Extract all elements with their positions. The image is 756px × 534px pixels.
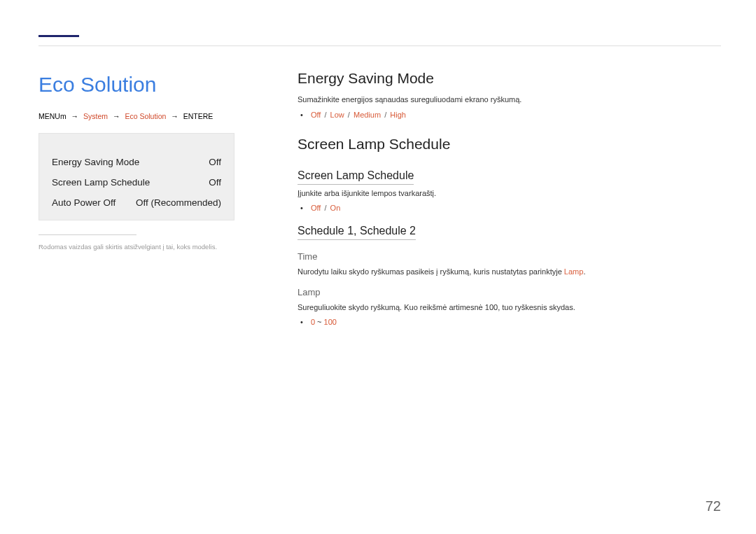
bc-menu-sym: m [60, 112, 66, 120]
slash: / [348, 111, 350, 119]
panel-label: Energy Saving Mode [52, 157, 139, 167]
opt-on: On [330, 204, 341, 212]
energy-saving-desc: Sumažinkite energijos sąnaudas sureguliu… [298, 94, 721, 106]
opt-off: Off [311, 204, 321, 212]
lamp-schedule-desc: Įjunkite arba išjunkite lempos tvarkaraš… [298, 188, 721, 200]
lamp-range: 0 ~ 100 [300, 318, 721, 326]
slash: / [384, 111, 386, 119]
lamp-schedule-subheading: Screen Lamp Schedule [298, 169, 414, 185]
lamp-schedule-heading: Screen Lamp Schedule [298, 136, 721, 153]
arrow-icon: → [71, 112, 79, 120]
panel-value: Off (Recommended) [136, 197, 221, 208]
breadcrumb: MENUm → System → Eco Solution → ENTERE [38, 112, 262, 120]
time-desc-c: . [583, 267, 585, 276]
bc-enter-sym: E [208, 112, 213, 120]
lamp-label: Lamp [298, 287, 721, 297]
panel-value: Off [209, 157, 221, 167]
panel-label: Auto Power Off [52, 197, 115, 208]
top-horizontal-rule [38, 45, 721, 46]
energy-saving-options: Off / Low / Medium / High [300, 111, 721, 119]
panel-row: Auto Power Off Off (Recommended) [52, 192, 221, 213]
range-high: 100 [324, 318, 337, 326]
note-separator [38, 234, 136, 235]
manual-page: Eco Solution MENUm → System → Eco Soluti… [0, 0, 756, 534]
lamp-desc: Sureguliuokite skydo ryškumą. Kuo reikšm… [298, 302, 721, 314]
panel-label: Screen Lamp Schedule [52, 177, 150, 188]
time-desc-lamp: Lamp [564, 267, 584, 276]
lamp-schedule-options: Off / On [300, 204, 721, 212]
slash: / [324, 111, 326, 119]
bc-enter: ENTER [183, 112, 209, 120]
section-heading: Eco Solution [38, 73, 262, 97]
panel-row: Energy Saving Mode Off [52, 152, 221, 172]
bc-system: System [83, 112, 108, 120]
time-label: Time [298, 251, 721, 262]
top-accent-bar [38, 35, 79, 37]
time-desc-a: Nurodytu laiku skydo ryškumas pasikeis į… [298, 267, 564, 276]
model-disclaimer: Rodomas vaizdas gali skirtis atsižvelgia… [38, 242, 262, 252]
time-desc: Nurodytu laiku skydo ryškumas pasikeis į… [298, 266, 721, 279]
panel-value: Off [209, 177, 221, 188]
page-number: 72 [706, 498, 721, 514]
arrow-icon: → [113, 112, 120, 120]
content-columns: Eco Solution MENUm → System → Eco Soluti… [38, 35, 721, 329]
panel-row: Screen Lamp Schedule Off [52, 172, 221, 192]
right-column: Energy Saving Mode Sumažinkite energijos… [284, 70, 721, 329]
opt-off: Off [311, 111, 321, 119]
left-column: Eco Solution MENUm → System → Eco Soluti… [38, 70, 284, 329]
energy-saving-heading: Energy Saving Mode [298, 70, 721, 87]
bc-menu: MENU [38, 112, 60, 120]
schedule12-subheading: Schedule 1, Schedule 2 [298, 225, 416, 240]
opt-medium: Medium [354, 111, 381, 119]
slash: / [324, 204, 326, 212]
opt-high: High [390, 111, 406, 119]
settings-preview-panel: Energy Saving Mode Off Screen Lamp Sched… [38, 133, 234, 220]
opt-low: Low [330, 111, 344, 119]
arrow-icon: → [171, 112, 178, 120]
range-sep: ~ [315, 318, 324, 326]
bc-eco: Eco Solution [125, 112, 166, 120]
